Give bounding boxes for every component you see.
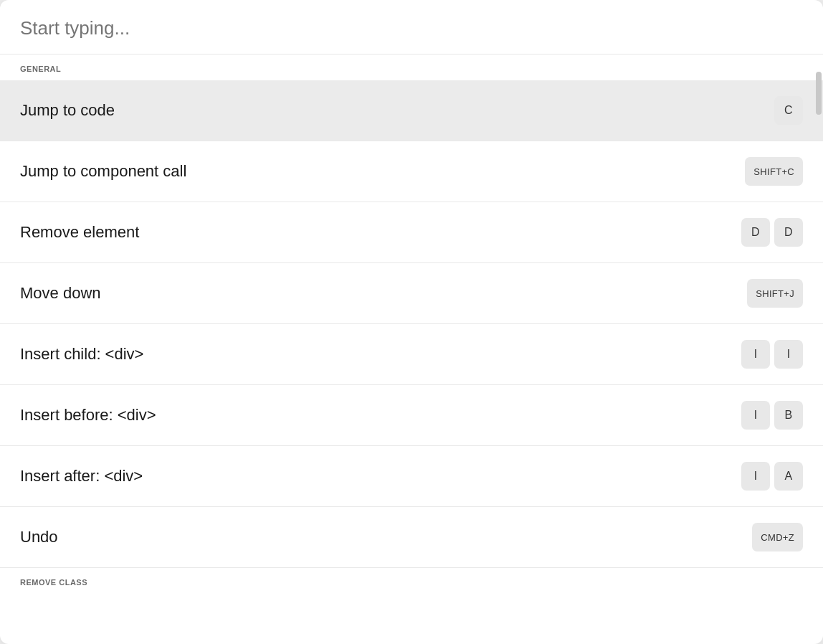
command-label-insert-after-div: Insert after: <div> bbox=[20, 467, 143, 486]
search-input[interactable] bbox=[20, 17, 803, 39]
key-b: B bbox=[774, 401, 803, 430]
section-label-general: GENERAL bbox=[0, 55, 823, 80]
command-keys-insert-child-div: II bbox=[741, 340, 803, 369]
key-i: I bbox=[741, 462, 770, 491]
scrollbar-thumb[interactable] bbox=[816, 72, 822, 115]
command-item-jump-to-component-call[interactable]: Jump to component callSHIFT+C bbox=[0, 141, 823, 202]
command-keys-jump-to-code: C bbox=[774, 96, 803, 125]
command-label-jump-to-component-call: Jump to component call bbox=[20, 162, 186, 181]
key-c: C bbox=[774, 96, 803, 125]
key-d: D bbox=[741, 218, 770, 247]
command-label-insert-before-div: Insert before: <div> bbox=[20, 406, 156, 425]
command-keys-undo: CMD+Z bbox=[752, 523, 803, 551]
key-shift-c: SHIFT+C bbox=[745, 157, 803, 186]
command-keys-jump-to-component-call: SHIFT+C bbox=[745, 157, 803, 186]
command-label-undo: Undo bbox=[20, 528, 58, 546]
scrollbar[interactable] bbox=[813, 0, 823, 644]
command-item-undo[interactable]: UndoCMD+Z bbox=[0, 507, 823, 567]
command-keys-insert-after-div: IA bbox=[741, 462, 803, 491]
command-label-insert-child-div: Insert child: <div> bbox=[20, 345, 143, 364]
command-item-jump-to-code[interactable]: Jump to codeC bbox=[0, 80, 823, 141]
key-cmd-z: CMD+Z bbox=[752, 523, 803, 551]
section-label-remove-class: REMOVE CLASS bbox=[0, 568, 823, 594]
key-i: I bbox=[741, 340, 770, 369]
command-item-insert-after-div[interactable]: Insert after: <div>IA bbox=[0, 446, 823, 506]
key-a: A bbox=[774, 462, 803, 491]
command-item-insert-child-div[interactable]: Insert child: <div>II bbox=[0, 324, 823, 384]
key-i: I bbox=[741, 401, 770, 430]
command-item-move-down[interactable]: Move downSHIFT+J bbox=[0, 263, 823, 323]
command-item-insert-before-div[interactable]: Insert before: <div>IB bbox=[0, 385, 823, 445]
command-label-jump-to-code: Jump to code bbox=[20, 101, 115, 120]
command-label-move-down: Move down bbox=[20, 284, 101, 303]
command-label-remove-element: Remove element bbox=[20, 223, 139, 242]
search-area bbox=[0, 0, 823, 54]
command-keys-insert-before-div: IB bbox=[741, 401, 803, 430]
command-panel: GENERALJump to codeCJump to component ca… bbox=[0, 0, 823, 644]
command-item-remove-element[interactable]: Remove elementDD bbox=[0, 202, 823, 262]
key-i: I bbox=[774, 340, 803, 369]
key-d: D bbox=[774, 218, 803, 247]
command-keys-move-down: SHIFT+J bbox=[747, 279, 803, 308]
key-shift-j: SHIFT+J bbox=[747, 279, 803, 308]
command-keys-remove-element: DD bbox=[741, 218, 803, 247]
